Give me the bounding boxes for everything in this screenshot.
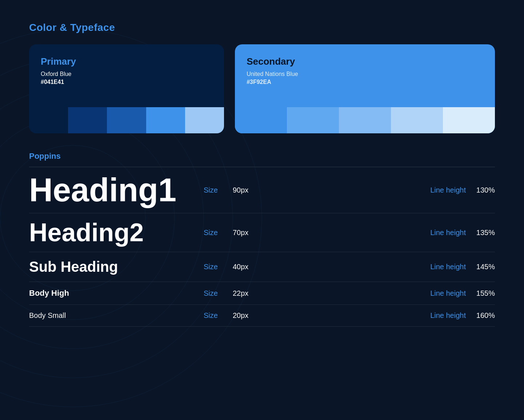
- secondary-color-card: Secondary United Nations Blue #3F92EA: [235, 44, 495, 133]
- primary-swatch-1: [29, 107, 68, 133]
- body-high-lh-value: 155%: [473, 289, 495, 298]
- secondary-swatches: [235, 107, 495, 133]
- body-high-meta: Size 22px Line height 155%: [204, 289, 495, 298]
- primary-swatch-4: [146, 107, 185, 133]
- heading1-row: Heading1 Size 90px Line height 130%: [29, 167, 495, 213]
- heading2-lh-value: 135%: [473, 229, 495, 237]
- body-small-lh-value: 160%: [473, 311, 495, 320]
- body-small-size-value: 20px: [233, 311, 262, 320]
- heading2-meta: Size 70px Line height 135%: [204, 229, 495, 237]
- heading2-size-value: 70px: [233, 229, 262, 237]
- subheading-size-label: Size: [204, 263, 233, 271]
- body-small-row: Body Small Size 20px Line height 160%: [29, 305, 495, 327]
- body-small-lh-label: Line height: [419, 311, 466, 320]
- body-high-sample: Body High: [29, 288, 204, 298]
- primary-swatch-5: [185, 107, 224, 133]
- heading2-sample: Heading2: [29, 220, 204, 245]
- primary-color-label: Oxford Blue: [41, 71, 212, 77]
- primary-card-top: Primary Oxford Blue #041E41: [29, 44, 224, 107]
- secondary-color-label: United Nations Blue: [247, 71, 483, 77]
- heading1-size-label: Size: [204, 186, 233, 194]
- heading2-row: Heading2 Size 70px Line height 135%: [29, 213, 495, 252]
- body-high-size-label: Size: [204, 289, 233, 298]
- primary-swatch-3: [107, 107, 146, 133]
- body-small-size-label: Size: [204, 311, 233, 320]
- secondary-card-top: Secondary United Nations Blue #3F92EA: [235, 44, 495, 107]
- secondary-swatch-1: [235, 107, 287, 133]
- heading1-size-value: 90px: [233, 186, 262, 194]
- font-section: Poppins Heading1 Size 90px Line height 1…: [29, 152, 495, 327]
- subheading-size-value: 40px: [233, 263, 262, 271]
- subheading-meta: Size 40px Line height 145%: [204, 263, 495, 271]
- heading1-meta: Size 90px Line height 130%: [204, 186, 495, 194]
- font-name-label: Poppins: [29, 152, 495, 161]
- secondary-swatch-2: [287, 107, 339, 133]
- section-title: Color & Typeface: [29, 22, 495, 33]
- heading1-lh-value: 130%: [473, 186, 495, 194]
- primary-swatches: [29, 107, 224, 133]
- heading1-sample: Heading1: [29, 174, 204, 206]
- subheading-sample: Sub Heading: [29, 259, 204, 275]
- primary-color-hex: #041E41: [41, 79, 212, 85]
- heading1-lh-label: Line height: [419, 186, 466, 194]
- subheading-lh-label: Line height: [419, 263, 466, 271]
- subheading-lh-value: 145%: [473, 263, 495, 271]
- secondary-card-name: Secondary: [247, 56, 483, 67]
- body-small-meta: Size 20px Line height 160%: [204, 311, 495, 320]
- subheading-row: Sub Heading Size 40px Line height 145%: [29, 252, 495, 282]
- primary-card-name: Primary: [41, 56, 212, 67]
- primary-swatch-2: [68, 107, 107, 133]
- body-high-row: Body High Size 22px Line height 155%: [29, 282, 495, 305]
- body-high-lh-label: Line height: [419, 289, 466, 298]
- secondary-color-hex: #3F92EA: [247, 79, 483, 85]
- heading2-lh-label: Line height: [419, 229, 466, 237]
- secondary-swatch-5: [443, 107, 495, 133]
- color-cards-container: Primary Oxford Blue #041E41 Secondary Un…: [29, 44, 495, 133]
- secondary-swatch-4: [391, 107, 443, 133]
- primary-color-card: Primary Oxford Blue #041E41: [29, 44, 224, 133]
- body-high-size-value: 22px: [233, 289, 262, 298]
- body-small-sample: Body Small: [29, 311, 204, 320]
- secondary-swatch-3: [339, 107, 391, 133]
- heading2-size-label: Size: [204, 229, 233, 237]
